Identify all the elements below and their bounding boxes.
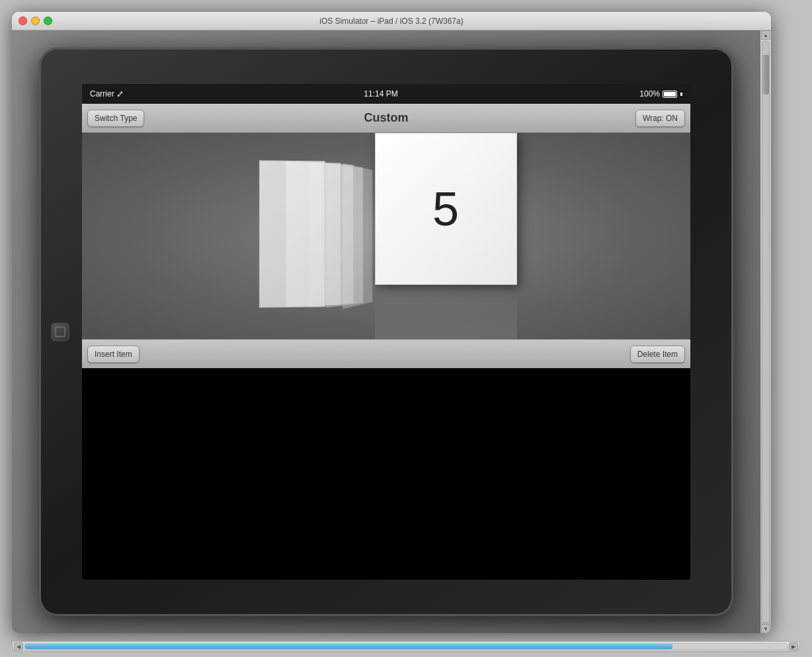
maximize-button[interactable] <box>44 17 52 25</box>
title-bar: iOS Simulator – iPad / iOS 3.2 (7W367a) <box>12 12 771 30</box>
window-body: Carrier ⑇ 11:14 PM 100% <box>12 30 771 633</box>
scroll-track[interactable] <box>762 41 770 623</box>
window-controls <box>19 17 52 25</box>
wrap-button[interactable]: Wrap: ON <box>635 110 685 127</box>
bottom-scroll-thumb[interactable] <box>25 644 672 649</box>
scroll-up-arrow[interactable]: ▲ <box>761 30 770 40</box>
switch-type-button[interactable]: Switch Type <box>87 110 144 127</box>
scroll-down-arrow[interactable]: ▼ <box>761 624 770 633</box>
status-left: Carrier ⑇ <box>90 89 122 98</box>
home-button[interactable] <box>51 323 69 341</box>
right-scrollbar[interactable]: ▲ ▼ <box>760 30 771 633</box>
scroll-right-arrow[interactable]: ▶ <box>789 642 798 650</box>
carousel-container: 5 <box>256 133 517 339</box>
wifi-icon: ⑇ <box>118 89 122 98</box>
battery-icon <box>663 91 677 98</box>
card-reflection <box>375 286 517 339</box>
ipad-screen: Carrier ⑇ 11:14 PM 100% <box>82 84 690 580</box>
mac-window: iOS Simulator – iPad / iOS 3.2 (7W367a) … <box>12 12 771 633</box>
ipad-area: Carrier ⑇ 11:14 PM 100% <box>12 30 760 633</box>
nav-title: Custom <box>364 111 409 125</box>
window-title: iOS Simulator – iPad / iOS 3.2 (7W367a) <box>319 17 463 26</box>
delete-item-button[interactable]: Delete Item <box>630 346 685 363</box>
scroll-thumb[interactable] <box>762 55 769 95</box>
nav-bar: Switch Type Custom Wrap: ON <box>82 104 690 133</box>
wrap-button-container: Wrap: ON <box>635 110 685 127</box>
status-right: 100% <box>639 89 682 98</box>
minimize-button[interactable] <box>31 17 40 25</box>
bottom-scroll-track[interactable] <box>24 643 788 650</box>
insert-item-button[interactable]: Insert Item <box>87 346 140 363</box>
card-front-wrapper: 5 <box>375 133 517 339</box>
card-number: 5 <box>432 182 459 236</box>
status-time: 11:14 PM <box>364 89 397 98</box>
ios-toolbar: Insert Item Delete Item <box>82 339 690 368</box>
card-near <box>259 160 325 307</box>
switch-type-button-container: Switch Type <box>87 110 144 127</box>
battery-percent: 100% <box>639 89 660 98</box>
card-front[interactable]: 5 <box>375 133 517 285</box>
close-button[interactable] <box>19 17 27 25</box>
card-stack-behind <box>256 160 375 312</box>
ios-content[interactable]: 5 <box>82 133 690 339</box>
carrier-label: Carrier <box>90 89 114 98</box>
battery-fill <box>664 92 676 97</box>
ipad-frame: Carrier ⑇ 11:14 PM 100% <box>39 48 733 616</box>
battery-tip <box>680 93 682 96</box>
bottom-scrollbar[interactable]: ◀ ▶ <box>12 641 800 652</box>
content-inner: 5 <box>82 133 690 339</box>
scroll-left-arrow[interactable]: ◀ <box>14 642 23 650</box>
status-bar: Carrier ⑇ 11:14 PM 100% <box>82 84 690 104</box>
